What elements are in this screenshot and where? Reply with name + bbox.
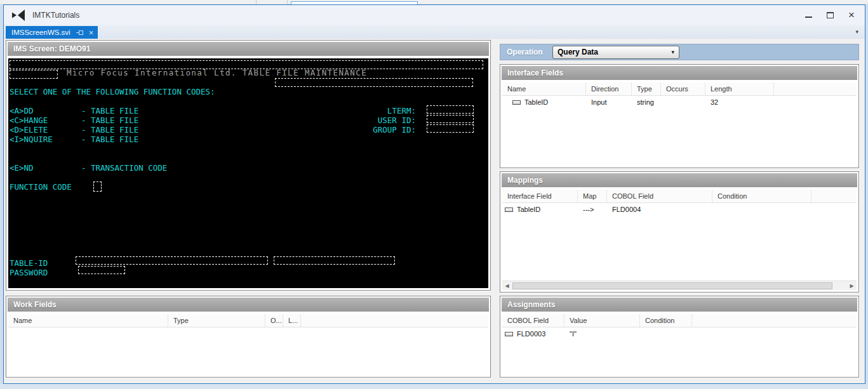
column-header-filler [692, 314, 857, 327]
background-window-sliver [0, 0, 868, 4]
chevron-down-icon: ▾ [671, 49, 674, 55]
column-header[interactable]: Type [168, 314, 265, 327]
group-id-field[interactable] [427, 124, 474, 133]
tab-imsscreenws[interactable]: IMSScreenWS.svi × [6, 26, 98, 39]
close-button[interactable]: × [841, 8, 862, 23]
ims-screen-panel: IMS Screen: DEMO91 Micro Focus Internati… [6, 40, 491, 291]
table-id-field[interactable] [76, 256, 268, 265]
column-header[interactable]: Length [705, 82, 774, 95]
table-header-row: COBOL FieldValueCondition [502, 314, 857, 327]
column-header[interactable]: COBOL Field [607, 190, 712, 202]
screen-field-right[interactable] [275, 78, 473, 87]
group-id-label: GROUP ID: [373, 126, 416, 135]
column-header[interactable]: Condition [712, 190, 811, 202]
minimize-icon [805, 16, 812, 18]
field-icon [512, 100, 521, 105]
column-header[interactable]: Value [564, 314, 640, 327]
scrollbar-thumb[interactable] [512, 282, 832, 289]
table-header-row: NameDirectionTypeOccursLength [502, 82, 857, 96]
scroll-right-icon[interactable]: ▶ [847, 281, 857, 291]
terminal-line-password: PASSWORD [10, 268, 48, 277]
operation-combobox-value: Query Data [558, 48, 671, 56]
column-header[interactable]: Interface Field [502, 190, 578, 202]
table-row[interactable]: FLD0003"I" [502, 327, 857, 340]
terminal-line-add: <A>DD - TABLE FILE [10, 107, 138, 115]
ims-screen-panel-title: IMS Screen: DEMO91 [8, 42, 489, 56]
table-cell: TableID [502, 96, 586, 109]
table-cell: Input [586, 96, 632, 109]
screen-field-top[interactable] [10, 60, 483, 69]
maximize-icon [827, 12, 834, 18]
titlebar: IMTKTutorials × [4, 5, 865, 25]
terminal-line-change: <C>HANGE - TABLE FILE [10, 116, 138, 125]
work-fields-panel-title: Work Fields [8, 298, 489, 312]
table-cell: ---> [578, 203, 607, 216]
app-window: IMTKTutorials × IMSScreenWS.svi × ▾ IMS … [3, 4, 865, 384]
terminal-line-delete: <D>ELETE - TABLE FILE [10, 126, 138, 135]
column-header[interactable]: Type [632, 82, 661, 95]
table-cell: 32 [705, 96, 774, 109]
terminal-line-end: <E>ND - TRANSACTION CODE [10, 164, 167, 173]
table-cell: TableID [502, 203, 578, 216]
assignments-table: COBOL FieldValueConditionFLD0003"I" [502, 314, 857, 375]
sliver-divider [256, 0, 257, 4]
assignments-panel: Assignments COBOL FieldValueConditionFLD… [500, 296, 859, 378]
column-header[interactable]: O... [265, 314, 283, 327]
minimize-button[interactable] [798, 8, 819, 23]
column-header-filler [301, 314, 488, 327]
interface-fields-table: NameDirectionTypeOccursLengthTableIDInpu… [502, 82, 857, 166]
field-icon [505, 208, 513, 212]
screen-field-left-small[interactable] [10, 70, 58, 79]
column-header-filler [774, 82, 857, 95]
background-desktop-strip [0, 384, 868, 389]
horizontal-scrollbar[interactable]: ◀ ▶ [502, 280, 857, 290]
lterm-field[interactable] [427, 105, 474, 114]
terminal-heading: Micro Focus International Ltd. TABLE FIL… [67, 69, 367, 77]
table-cell: "I" [564, 327, 640, 340]
password-field[interactable] [78, 266, 125, 274]
terminal-line-select: SELECT ONE OF THE FOLLOWING FUNCTION COD… [10, 88, 215, 96]
ims-terminal-screen: Micro Focus International Ltd. TABLE FIL… [8, 58, 488, 288]
terminal-line-table-id: TABLE-ID [10, 259, 48, 268]
column-header-filler [811, 190, 857, 202]
scroll-left-icon[interactable]: ◀ [502, 281, 512, 291]
operation-combobox[interactable]: Query Data ▾ [552, 46, 679, 59]
column-header[interactable]: Name [502, 82, 586, 95]
window-controls: × [798, 8, 862, 23]
column-header[interactable]: L... [283, 314, 301, 327]
column-header[interactable]: Name [8, 314, 168, 327]
tab-close-icon[interactable]: × [89, 29, 94, 37]
mappings-panel: Mappings Interface FieldMapCOBOL FieldCo… [500, 171, 859, 293]
work-fields-panel: Work Fields NameTypeO...L... [6, 296, 491, 378]
document-well-dropdown-icon[interactable]: ▾ [855, 29, 858, 35]
user-id-field[interactable] [427, 115, 474, 123]
sliver-divider [287, 0, 288, 4]
pin-icon[interactable] [76, 30, 84, 36]
terminal-line-function-code: FUNCTION CODE [10, 183, 72, 192]
table-row[interactable]: TableID--->FLD0004 [502, 203, 857, 216]
assignments-panel-title: Assignments [502, 298, 857, 312]
column-header[interactable]: Direction [586, 82, 632, 95]
table-cell: FLD0003 [502, 327, 564, 340]
mappings-table: Interface FieldMapCOBOL FieldConditionTa… [502, 190, 857, 280]
terminal-line-inquire: <I>NQUIRE - TABLE FILE [10, 135, 138, 144]
close-icon: × [848, 10, 855, 20]
column-header[interactable]: COBOL Field [502, 314, 564, 327]
table-row[interactable]: TableIDInputstring32 [502, 96, 857, 109]
document-tab-strip: IMSScreenWS.svi × ▾ [4, 25, 865, 39]
vertical-splitter[interactable] [491, 40, 500, 378]
function-code-field[interactable] [93, 181, 102, 192]
column-header[interactable]: Condition [640, 314, 692, 327]
interface-fields-panel: Interface Fields NameDirectionTypeOccurs… [500, 64, 859, 168]
table-id-field-2[interactable] [274, 256, 395, 265]
field-icon [505, 332, 513, 336]
table-cell: FLD0004 [607, 203, 712, 216]
table-header-row: NameTypeO...L... [8, 314, 488, 327]
visual-studio-logo-icon [12, 10, 25, 21]
column-header[interactable]: Map [578, 190, 607, 202]
operation-label: Operation [507, 48, 552, 56]
column-header[interactable]: Occurs [661, 82, 705, 95]
maximize-button[interactable] [819, 8, 841, 23]
interface-fields-panel-title: Interface Fields [502, 66, 857, 80]
operation-bar: Operation Query Data ▾ [500, 44, 859, 60]
